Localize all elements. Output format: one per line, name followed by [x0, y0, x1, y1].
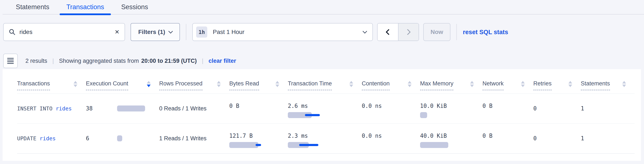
transaction-row[interactable]: INSERT INTO rides380 Reads / 1 Writes0 B…	[17, 94, 634, 124]
column-header-max-memory[interactable]: Max Memory	[420, 69, 482, 94]
cell-transaction-time: 2.3 ms	[288, 124, 362, 153]
column-header-transaction-time[interactable]: Transaction Time	[288, 69, 362, 94]
chevron-left-icon	[386, 29, 392, 35]
column-header-network[interactable]: Network	[482, 69, 533, 94]
search-box[interactable]: ✕	[3, 23, 125, 41]
sort-arrows[interactable]	[349, 80, 353, 87]
transaction-time-bar-chart	[288, 142, 355, 148]
contention-value: 0.0 ns	[362, 103, 382, 109]
cell-statements: 1	[581, 124, 634, 153]
sort-down-icon	[349, 84, 353, 87]
filters-button-label: Filters (1)	[138, 28, 165, 36]
time-range-label: Past 1 Hour	[213, 28, 363, 36]
now-button[interactable]: Now	[423, 23, 450, 41]
bytes-read-bar	[229, 142, 258, 148]
sort-up-icon	[276, 81, 279, 84]
sort-arrows[interactable]	[622, 80, 626, 87]
sort-down-icon	[470, 84, 474, 87]
max-memory-bar	[420, 142, 448, 148]
sort-down-icon	[568, 84, 572, 87]
showing-prefix: Showing aggregated stats from	[59, 58, 139, 64]
sort-arrows[interactable]	[408, 80, 412, 87]
sort-up-icon	[408, 81, 412, 84]
next-window-button[interactable]	[398, 24, 418, 40]
sort-arrows[interactable]	[470, 80, 474, 87]
column-header-retries[interactable]: Retries	[533, 69, 581, 94]
clear-search-icon[interactable]: ✕	[114, 29, 120, 35]
column-label[interactable]: Rows Processed	[159, 80, 202, 90]
chevron-down-icon	[362, 29, 367, 33]
execution-count-value: 38	[86, 105, 117, 112]
transaction-time-overlay-line	[305, 114, 320, 116]
cell-max-memory: 40.0 KiB	[420, 124, 482, 153]
sort-up-icon	[470, 81, 474, 84]
column-label[interactable]: Bytes Read	[229, 80, 259, 90]
column-label[interactable]: Network	[482, 80, 504, 90]
column-label[interactable]: Transactions	[17, 80, 50, 90]
column-header-statements[interactable]: Statements	[581, 69, 634, 94]
previous-window-button[interactable]	[378, 24, 398, 40]
transaction-table-link[interactable]: rides	[56, 106, 72, 112]
sort-up-icon	[349, 81, 353, 84]
cell-network: 0 B	[482, 124, 533, 153]
transaction-row[interactable]: UPDATE rides61 Reads / 1 Writes121.7 B2.…	[17, 124, 634, 153]
column-label[interactable]: Max Memory	[420, 80, 454, 90]
rows-processed-value: 0 Reads / 1 Writes	[159, 105, 206, 112]
tab-transactions[interactable]: Transactions	[60, 0, 111, 14]
transaction-table-link[interactable]: rides	[40, 136, 56, 142]
column-header-contention[interactable]: Contention	[362, 69, 420, 94]
cell-statements: 1	[581, 94, 634, 124]
retries-value: 0	[533, 105, 537, 112]
column-label[interactable]: Statements	[581, 80, 610, 90]
bytes-read-value: 121.7 B	[229, 132, 253, 139]
network-value: 0 B	[482, 132, 492, 139]
tab-statements[interactable]: Statements	[9, 0, 56, 14]
search-input[interactable]	[20, 28, 114, 36]
showing-stats-text: Showing aggregated stats from 20:00 to 2…	[59, 58, 196, 64]
cell-execution-count: 38	[86, 94, 159, 124]
reset-sql-stats-link[interactable]: reset SQL stats	[463, 28, 508, 36]
max-memory-value: 40.0 KiB	[420, 132, 447, 139]
cell-retries: 0	[533, 124, 581, 153]
sort-arrows[interactable]	[568, 80, 572, 87]
tab-sessions[interactable]: Sessions	[114, 0, 155, 14]
filters-button[interactable]: Filters (1)	[130, 23, 180, 41]
sort-down-icon	[74, 84, 77, 87]
sort-down-icon	[622, 84, 626, 87]
retries-value: 0	[533, 135, 537, 142]
column-selector-button[interactable]	[3, 54, 18, 68]
sort-arrows[interactable]	[74, 80, 77, 87]
cell-rows-processed: 0 Reads / 1 Writes	[159, 94, 229, 124]
results-bar: 2 results | Showing aggregated stats fro…	[3, 54, 236, 68]
column-header-bytes-read[interactable]: Bytes Read	[229, 69, 288, 94]
column-label[interactable]: Transaction Time	[288, 80, 332, 90]
sort-arrows[interactable]	[147, 80, 151, 87]
statements-value: 1	[581, 105, 584, 112]
sort-arrows[interactable]	[217, 80, 221, 87]
max-memory-value: 10.0 KiB	[420, 103, 447, 109]
table-header-row: TransactionsExecution CountRows Processe…	[17, 69, 634, 94]
sort-arrows[interactable]	[276, 80, 279, 87]
sort-up-icon	[568, 81, 572, 84]
column-header-transactions[interactable]: Transactions	[17, 69, 86, 94]
sort-arrows[interactable]	[521, 80, 525, 87]
execution-count-bar	[117, 136, 122, 141]
cell-max-memory: 10.0 KiB	[420, 94, 482, 124]
transaction-fingerprint: INSERT INTO rides	[17, 106, 72, 112]
search-icon	[9, 28, 16, 36]
results-count: 2 results	[26, 58, 47, 64]
cell-rows-processed: 1 Reads / 1 Writes	[159, 124, 229, 153]
sql-activity-page: StatementsTransactionsSessions ✕ Filters…	[0, 0, 644, 164]
time-range-picker[interactable]: 1h Past 1 Hour	[192, 23, 373, 41]
column-label[interactable]: Execution Count	[86, 80, 128, 90]
column-label[interactable]: Contention	[362, 80, 390, 90]
column-header-execution-count[interactable]: Execution Count	[86, 69, 159, 94]
cell-contention: 0.0 ns	[362, 94, 420, 124]
clear-filter-link[interactable]: clear filter	[208, 58, 236, 64]
cell-bytes-read: 0 B	[229, 94, 288, 124]
sort-down-icon	[521, 84, 525, 87]
column-header-rows-processed[interactable]: Rows Processed	[159, 69, 229, 94]
execution-count-value: 6	[86, 135, 117, 142]
column-label[interactable]: Retries	[533, 80, 552, 90]
sort-down-icon	[276, 84, 279, 87]
